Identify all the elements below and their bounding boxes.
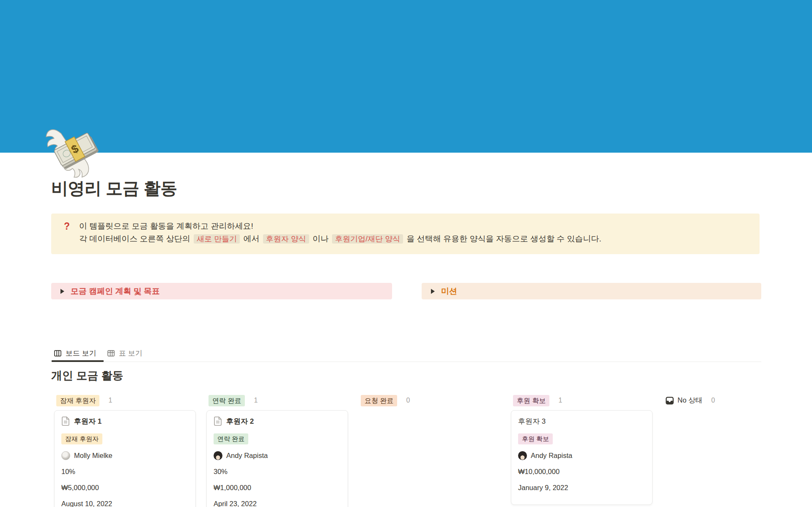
- notion-page: $ 비영리 모금 활동 ? 이 템플릿으로 모금 활동을 계획하고 관리하세요!…: [0, 0, 812, 507]
- callout-line2-text: 각 데이터베이스 오른쪽 상단의: [79, 234, 192, 243]
- active-tab-underline: [52, 360, 104, 362]
- card-date: January 9, 2022: [518, 482, 645, 493]
- card-person: Andy Rapista: [518, 450, 645, 460]
- page-document-icon: [61, 416, 70, 426]
- toggle-mission[interactable]: 미션: [422, 283, 761, 299]
- page-title: 비영리 모금 활동: [51, 177, 177, 200]
- avatar-andy-rapista: [518, 451, 527, 460]
- callout-line2: 각 데이터베이스 오른쪽 상단의 새로 만들기 에서 후원자 양식 이나 후원기…: [79, 233, 601, 245]
- card-date: April 23, 2022: [214, 499, 341, 507]
- tab-board-view[interactable]: 보드 보기: [54, 346, 96, 360]
- column-status-badge[interactable]: 후원 확보: [513, 395, 549, 406]
- inline-code-new-button: 새로 만들기: [194, 234, 240, 244]
- table-view-icon: [107, 349, 115, 357]
- card-donor-3[interactable]: 후원자 3 후원 확보 Andy Rapista ₩10,000,000 Jan…: [511, 410, 653, 505]
- toggle-campaign-plan[interactable]: 모금 캠페인 계획 및 목표: [51, 283, 392, 299]
- callout: ? 이 템플릿으로 모금 활동을 계획하고 관리하세요! 각 데이터베이스 오른…: [51, 214, 760, 254]
- view-tabs: 보드 보기 표 보기: [51, 346, 761, 362]
- person-name: Andy Rapista: [531, 450, 572, 460]
- card-amount: ₩10,000,000: [518, 466, 645, 477]
- inbox-icon: [665, 396, 674, 405]
- avatar-molly-mielke: [61, 451, 70, 460]
- person-name: Andy Rapista: [226, 450, 268, 460]
- card-donor-1[interactable]: 후원자 1 잠재 후원자 Molly Mielke 10% ₩5,000,000…: [54, 410, 196, 507]
- column-count: 1: [108, 397, 112, 404]
- column-header: 잠재 후원자 1: [54, 395, 196, 406]
- card-person: Andy Rapista: [214, 450, 341, 460]
- column-status-badge[interactable]: 연락 완료: [208, 395, 245, 406]
- column-no-status-label[interactable]: No 상태: [678, 396, 702, 405]
- column-header: 요청 완료 0: [359, 395, 500, 406]
- card-amount: ₩1,000,000: [214, 482, 341, 493]
- board-column-contacted: 연락 완료 1 후원자 2 연락 완료 Andy Rapista 30% ₩1,…: [206, 395, 348, 507]
- card-date: August 10, 2022: [61, 499, 189, 507]
- tabs-divider: [51, 362, 761, 362]
- tab-label: 표 보기: [119, 348, 143, 358]
- column-status-badge[interactable]: 잠재 후원자: [56, 395, 99, 406]
- inline-code-donor-form: 후원자 양식: [263, 234, 309, 244]
- board-column-potential-donor: 잠재 후원자 1 후원자 1 잠재 후원자 Molly Mielke 10% ₩…: [54, 395, 196, 507]
- inline-code-corp-form: 후원기업/재단 양식: [332, 234, 403, 244]
- card-status-badge: 잠재 후원자: [61, 433, 102, 444]
- board-column-secured: 후원 확보 1 후원자 3 후원 확보 Andy Rapista ₩10,000…: [511, 395, 653, 507]
- money-with-wings-icon[interactable]: $: [44, 124, 108, 178]
- card-status-badge: 후원 확보: [518, 433, 553, 444]
- card-status-badge: 연락 완료: [214, 433, 248, 444]
- kanban-board: 잠재 후원자 1 후원자 1 잠재 후원자 Molly Mielke 10% ₩…: [54, 395, 805, 507]
- card-title: 후원자 1: [74, 417, 102, 426]
- card-title: 후원자 3: [518, 417, 546, 426]
- card-amount: ₩5,000,000: [61, 482, 189, 493]
- column-count: 1: [558, 397, 562, 404]
- card-donor-2[interactable]: 후원자 2 연락 완료 Andy Rapista 30% ₩1,000,000 …: [206, 410, 348, 507]
- toggle-arrow-icon[interactable]: [427, 286, 438, 297]
- toggle-arrow-icon[interactable]: [57, 286, 68, 297]
- board-column-no-status: No 상태 0: [663, 395, 805, 507]
- column-count: 0: [711, 397, 715, 404]
- board-section-title: 개인 모금 활동: [51, 368, 123, 383]
- toggle-label: 미션: [441, 286, 457, 297]
- card-title: 후원자 2: [226, 417, 254, 426]
- tab-table-view[interactable]: 표 보기: [107, 346, 143, 360]
- card-percent: 30%: [214, 466, 341, 477]
- page-document-icon: [214, 416, 222, 426]
- person-name: Molly Mielke: [74, 450, 112, 460]
- card-percent: 10%: [61, 466, 189, 477]
- column-status-badge[interactable]: 요청 완료: [361, 395, 397, 406]
- column-header: No 상태 0: [663, 395, 805, 406]
- board-view-icon: [54, 349, 62, 357]
- card-person: Molly Mielke: [61, 450, 189, 460]
- column-count: 0: [406, 397, 410, 404]
- column-header: 연락 완료 1: [206, 395, 348, 406]
- column-count: 1: [254, 397, 258, 404]
- board-column-requested: 요청 완료 0: [359, 395, 500, 507]
- column-header: 후원 확보 1: [511, 395, 653, 406]
- page-cover: [0, 0, 812, 153]
- tab-label: 보드 보기: [66, 348, 96, 358]
- avatar-andy-rapista: [214, 451, 222, 460]
- toggle-label: 모금 캠페인 계획 및 목표: [71, 286, 160, 297]
- callout-line1: 이 템플릿으로 모금 활동을 계획하고 관리하세요!: [79, 220, 601, 233]
- question-mark-icon: ?: [64, 220, 79, 254]
